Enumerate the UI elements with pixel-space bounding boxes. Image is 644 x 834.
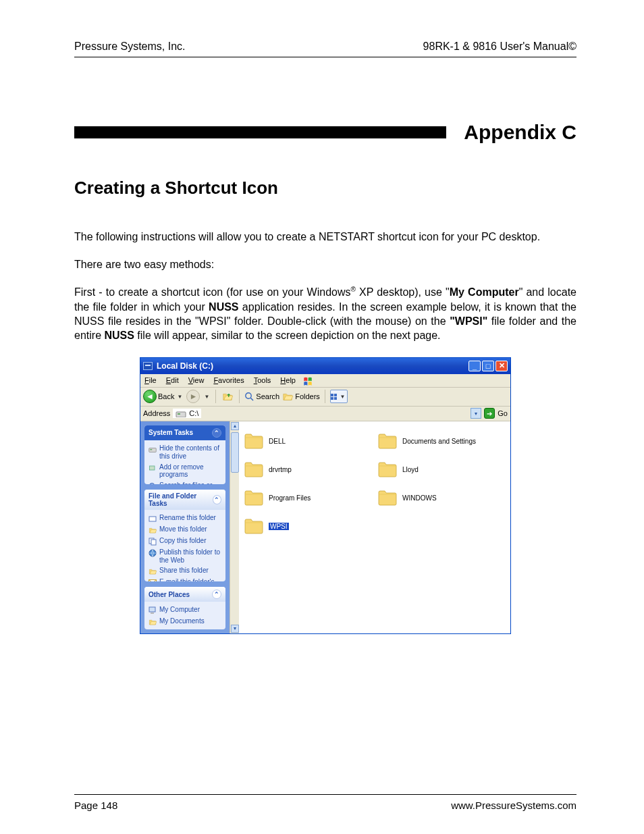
task-move[interactable]: Move this folder (149, 524, 221, 536)
task-copy[interactable]: Copy this folder (149, 536, 221, 547)
address-dropdown-button[interactable]: ▾ (471, 408, 481, 419)
method1-paragraph: First - to create a shortcut icon (for u… (74, 285, 576, 342)
minimize-button[interactable]: _ (468, 361, 481, 371)
folder-icon (244, 434, 263, 450)
scroll-up-icon[interactable]: ▴ (231, 422, 239, 430)
menu-view[interactable]: View (188, 376, 205, 384)
sidebar-scrollbar[interactable]: ▴ ▾ (230, 421, 239, 633)
address-bar: Address C:\ ▾ ➔ Go (140, 407, 510, 421)
system-tasks-header[interactable]: System Tasks ⌃ (144, 425, 225, 440)
task-search[interactable]: Search for files or folders (149, 480, 221, 484)
menu-favorites[interactable]: Favorites (213, 376, 244, 384)
forward-dropdown-icon[interactable]: ▼ (204, 394, 209, 400)
task-rename[interactable]: Rename this folder (149, 513, 221, 524)
back-dropdown-icon[interactable]: ▼ (177, 394, 182, 400)
folder-item[interactable]: Lloyd (378, 457, 505, 484)
scroll-thumb[interactable] (231, 432, 239, 473)
toolbar-separator (215, 390, 216, 403)
search-button[interactable]: Search (244, 392, 279, 401)
menubar: File Edit View Favorites Tools Help (140, 374, 510, 388)
other-places-panel: Other Places ⌃ My Computer My Documents … (144, 587, 225, 629)
drive-small-icon (176, 409, 186, 417)
rename-icon (149, 515, 157, 523)
section-title: Creating a Shortcut Icon (74, 178, 576, 199)
folder-item[interactable]: Program Files (244, 485, 371, 512)
page-header: Pressure Systems, Inc. 98RK-1 & 9816 Use… (74, 41, 576, 53)
back-button[interactable]: ◄ Back ▼ (143, 390, 184, 403)
collapse-icon: ⌃ (212, 590, 221, 599)
menu-help[interactable]: Help (280, 376, 296, 384)
footer-url: www.PressureSystems.com (451, 800, 576, 811)
go-button[interactable]: ➔ (484, 408, 495, 419)
page-number: Page 148 (74, 800, 117, 811)
svg-rect-4 (150, 466, 155, 470)
collapse-icon: ⌃ (212, 428, 221, 438)
search-icon (149, 482, 157, 484)
methods-intro: There are two easy methods: (74, 257, 576, 271)
scroll-down-icon[interactable]: ▾ (231, 625, 239, 633)
page-footer: Page 148 www.PressureSystems.com (74, 800, 576, 811)
explorer-window: Local Disk (C:) _ □ ✕ File Edit View Fav… (140, 357, 511, 634)
up-folder-button[interactable] (221, 390, 234, 403)
windows-logo-icon (302, 377, 313, 386)
share-icon (149, 567, 157, 575)
svg-rect-5 (149, 517, 156, 521)
folders-button[interactable]: Folders (282, 392, 320, 401)
folders-icon (282, 392, 293, 401)
folder-content-area[interactable]: DELLDocuments and SettingsdrvrtmpLloydPr… (239, 421, 510, 633)
close-button[interactable]: ✕ (495, 361, 508, 371)
task-add-remove[interactable]: Add or remove programs (149, 462, 221, 481)
folder-item[interactable]: WINDOWS (378, 485, 505, 512)
folder-icon (378, 490, 397, 506)
views-button[interactable]: ▼ (330, 390, 348, 403)
folder-label: WPSI (269, 523, 289, 530)
place-my-computer[interactable]: My Computer (149, 604, 221, 616)
folder-label: DELL (269, 438, 286, 445)
globe-icon (149, 549, 157, 557)
task-publish[interactable]: Publish this folder to the Web (149, 547, 221, 566)
header-rule (74, 57, 576, 57)
forward-button[interactable]: ► (186, 390, 200, 403)
menu-edit[interactable]: Edit (166, 376, 179, 384)
task-hide-contents[interactable]: Hide the contents of this drive (149, 443, 221, 462)
folder-icon (244, 519, 263, 535)
folder-label: Program Files (269, 494, 311, 502)
toolbar: ◄ Back ▼ ► ▼ Search Folders (140, 388, 510, 407)
menu-tools[interactable]: Tools (254, 376, 271, 384)
task-email[interactable]: E-mail this folder's files (149, 577, 221, 581)
folder-item[interactable]: drvrtmp (244, 457, 371, 484)
address-field[interactable]: C:\ (173, 409, 201, 418)
search-icon (244, 392, 254, 401)
svg-rect-7 (151, 540, 156, 545)
maximize-button[interactable]: □ (482, 361, 494, 371)
footer-rule (74, 794, 576, 795)
task-share[interactable]: Share this folder (149, 565, 221, 577)
folder-icon (378, 434, 397, 450)
folder-item[interactable]: WPSI (244, 513, 371, 540)
folder-label: Lloyd (402, 466, 419, 473)
header-right: 98RK-1 & 9816 User's Manual© (423, 41, 576, 53)
other-places-header[interactable]: Other Places ⌃ (144, 587, 225, 602)
tasks-sidebar: System Tasks ⌃ Hide the contents of this… (140, 421, 230, 633)
go-label: Go (498, 409, 508, 417)
computer-icon (149, 606, 157, 615)
titlebar[interactable]: Local Disk (C:) _ □ ✕ (140, 358, 510, 374)
programs-icon (149, 464, 157, 472)
appendix-bar (74, 126, 446, 138)
folder-item[interactable]: Documents and Settings (378, 428, 505, 455)
file-folder-tasks-header[interactable]: File and Folder Tasks ⌃ (144, 490, 225, 510)
svg-rect-11 (151, 613, 154, 614)
menu-file[interactable]: File (144, 376, 157, 384)
place-my-documents[interactable]: My Documents (149, 616, 221, 627)
svg-rect-10 (149, 607, 155, 612)
folder-icon (378, 462, 397, 478)
mail-icon (149, 579, 157, 581)
copy-icon (149, 538, 157, 546)
folder-label: Documents and Settings (402, 438, 476, 445)
toolbar-separator (239, 390, 240, 403)
place-network[interactable]: My Network Places (149, 627, 221, 629)
appendix-heading-row: Appendix C (74, 121, 576, 144)
appendix-label: Appendix C (464, 121, 576, 144)
drive-icon (149, 445, 157, 453)
folder-item[interactable]: DELL (244, 428, 371, 455)
